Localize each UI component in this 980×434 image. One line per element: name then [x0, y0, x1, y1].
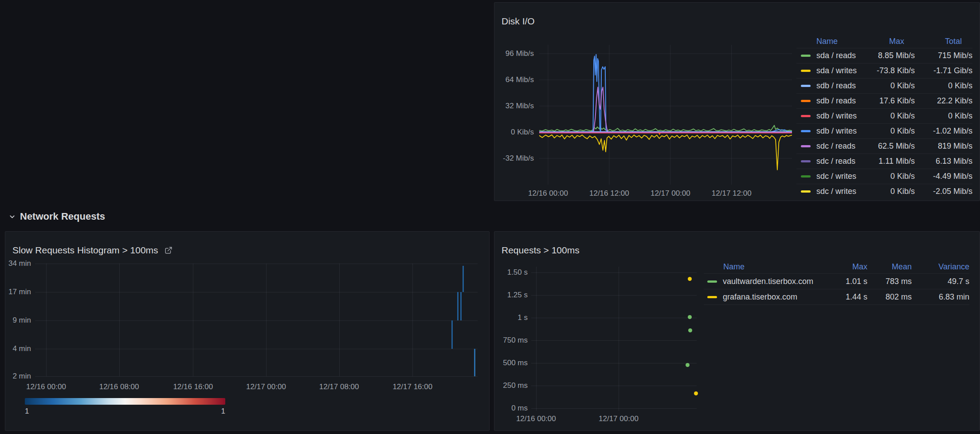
gridline-vertical [266, 264, 267, 376]
series-name[interactable]: sdb / writes [796, 126, 857, 136]
x-tick-label: 12/16 00:00 [505, 414, 567, 423]
color-scale-min: 1 [25, 407, 29, 416]
y-tick-label: 500 ms [492, 359, 528, 367]
color-scale-max: 1 [199, 407, 225, 416]
series-name-label: sdc / writes [816, 172, 856, 181]
gridline-vertical [119, 264, 120, 376]
series-total-value: 6.13 Mib/s [915, 157, 972, 166]
legend-header-max[interactable]: Max [827, 262, 867, 272]
legend-header-name[interactable]: Name [796, 37, 857, 46]
series-color-swatch [801, 190, 811, 193]
y-tick-label: -32 Mib/s [494, 154, 534, 163]
series-name[interactable]: sdc / reads [796, 157, 857, 166]
grafana-dashboard: { "section": { "title": "Network Request… [0, 0, 980, 434]
series-name-label: vaultwarden.tiserbox.com [723, 277, 813, 286]
gridline-vertical [536, 267, 537, 411]
legend-row: sda / reads8.85 Mib/s715 Mib/s [796, 48, 972, 63]
legend-row: vaultwarden.tiserbox.com1.01 s783 ms49.7… [704, 274, 969, 289]
series-name-label: sda / reads [816, 51, 856, 60]
series-max-value: 0 Kib/s [857, 126, 915, 136]
series-name-label: sdb / writes [816, 111, 857, 121]
series-total-value: -2.05 Mib/s [915, 187, 972, 196]
legend-row: sdb / writes0 Kib/s-1.02 Mib/s [796, 124, 972, 139]
series-total-value: 819 Mib/s [915, 142, 972, 151]
panel-title-requests[interactable]: Requests > 100ms [502, 245, 580, 256]
y-tick-label: 1 s [492, 313, 528, 322]
series-name[interactable]: sda / writes [796, 66, 857, 75]
series-name[interactable]: grafana.tiserbox.com [704, 292, 827, 302]
legend-header-total[interactable]: Total [915, 37, 972, 46]
y-tick-label: 17 min [0, 288, 31, 296]
x-tick-label: 12/17 16:00 [381, 383, 443, 391]
panel-title-slow-requests[interactable]: Slow Requests Histogram > 100ms [12, 245, 172, 256]
series-max-value: 0 Kib/s [857, 111, 915, 121]
y-tick-label: 0 ms [492, 404, 528, 413]
panel-disk-io: Disk I/O 96 Mib/s64 Mib/s32 Mib/s0 Kib/s… [494, 2, 980, 201]
series-max-value: 0 Kib/s [857, 81, 915, 91]
series-name[interactable]: sdb / reads [796, 96, 857, 106]
histogram-cell [460, 292, 462, 320]
gridline-horizontal [531, 363, 697, 363]
series-line-sda-writes [539, 135, 792, 170]
series-name[interactable]: sdb / reads [796, 81, 857, 91]
series-max-value: 1.11 Mib/s [857, 157, 915, 166]
series-color-swatch [801, 130, 811, 132]
legend-header-variance[interactable]: Variance [912, 262, 969, 272]
series-color-swatch [801, 100, 811, 102]
external-link-icon[interactable] [165, 246, 172, 254]
histogram-cell [474, 349, 475, 376]
gridline-vertical [412, 264, 413, 376]
scatter-point [688, 277, 692, 281]
section-network-requests[interactable]: Network Requests [8, 211, 105, 222]
series-max-value: 1.44 s [827, 292, 867, 302]
panel-requests: Requests > 100ms 1.50 s1.25 s1 s750 ms50… [494, 231, 980, 431]
y-tick-label: 9 min [0, 316, 31, 325]
series-variance-value: 49.7 s [912, 277, 969, 286]
series-total-value: 22.2 Kib/s [915, 96, 972, 106]
series-line-sdb-reads-burst [539, 55, 792, 132]
gridline-vertical [193, 264, 193, 376]
series-color-swatch [801, 70, 811, 72]
series-name[interactable]: sdc / reads [796, 142, 857, 151]
series-total-value: 0 Kib/s [915, 81, 972, 91]
series-color-swatch [707, 296, 717, 298]
legend-row: sda / writes-73.8 Kib/s-1.71 Gib/s [796, 63, 972, 79]
panel-title-disk-io[interactable]: Disk I/O [502, 16, 535, 27]
series-name-label: grafana.tiserbox.com [723, 292, 797, 302]
histogram-cell [457, 292, 459, 320]
series-max-value: -73.8 Kib/s [857, 66, 915, 75]
series-color-swatch [801, 160, 811, 162]
series-name[interactable]: sdb / writes [796, 111, 857, 121]
series-color-swatch [707, 280, 717, 283]
series-total-value: 0 Kib/s [915, 111, 972, 121]
series-name[interactable]: sdc / writes [796, 187, 857, 196]
y-tick-label: 96 Mib/s [494, 49, 534, 58]
scatter-point [688, 315, 692, 319]
legend-header-name[interactable]: Name [704, 262, 827, 272]
series-color-swatch [801, 85, 811, 87]
chevron-down-icon[interactable] [8, 213, 16, 221]
legend-header-max[interactable]: Max [857, 37, 915, 46]
series-name[interactable]: vaultwarden.tiserbox.com [704, 277, 827, 286]
legend-row: sdc / writes0 Kib/s-4.49 Mib/s [796, 169, 972, 184]
series-total-value: -4.49 Mib/s [915, 172, 972, 181]
series-name-label: sdb / writes [816, 126, 857, 136]
series-name-label: sdc / writes [816, 187, 856, 196]
series-max-value: 62.5 Mib/s [857, 142, 915, 151]
legend-row: sdc / writes0 Kib/s-2.05 Mib/s [796, 184, 972, 196]
x-tick-label: 12/17 00:00 [588, 414, 650, 423]
x-tick-label: 12/17 00:00 [642, 189, 699, 198]
gridline-horizontal [531, 386, 697, 386]
legend-header-mean[interactable]: Mean [867, 262, 912, 272]
series-name[interactable]: sdc / writes [796, 172, 857, 181]
series-name-label: sdb / reads [816, 81, 856, 91]
series-name-label: sdb / reads [816, 96, 856, 106]
y-tick-label: 750 ms [492, 336, 528, 345]
series-name[interactable]: sda / reads [796, 51, 857, 60]
gridline-horizontal [35, 376, 478, 377]
histogram-cell [451, 320, 453, 349]
x-tick-label: 12/16 00:00 [15, 383, 77, 391]
histogram-chart [35, 264, 478, 376]
series-line-sdc-reads-burst [539, 87, 792, 133]
legend-row: sdc / reads62.5 Mib/s819 Mib/s [796, 139, 972, 154]
